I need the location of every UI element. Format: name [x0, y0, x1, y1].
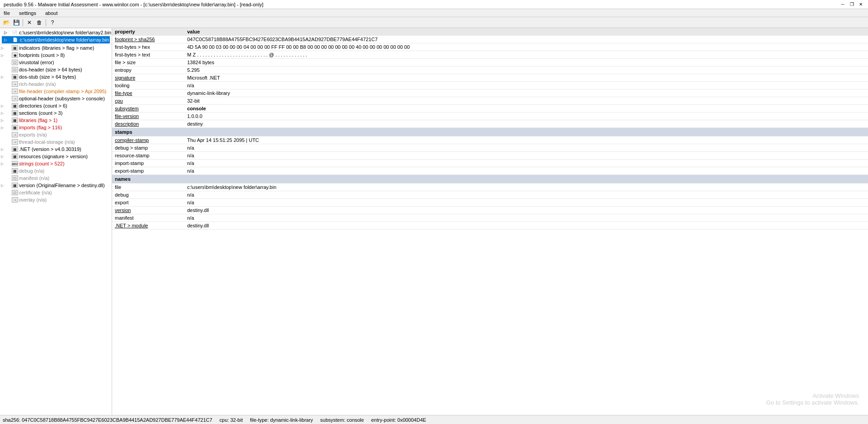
- tree-expand-icon-footprints: ▷: [1, 53, 7, 57]
- prop-key-8[interactable]: cpu: [112, 97, 184, 105]
- prop-row-23: manifestn/a: [112, 214, 868, 222]
- prop-value-19: c:\users\bm\desktop\new folder\array.bin: [184, 184, 868, 191]
- prop-key-0[interactable]: footprint > sha256: [112, 36, 184, 43]
- main-area: ▷ 📄 c:\users\bm\desktop\new folder\array…: [0, 28, 868, 415]
- tree-item-libraries[interactable]: ▷▦libraries (flag > 1): [0, 117, 112, 124]
- tree-item-dos-stub1[interactable]: ▷▦dos-stub (size > 64 bytes): [0, 73, 112, 80]
- tree-item-certificate[interactable]: □certificate (n/a): [0, 189, 112, 196]
- tree-type-icon-imports: ▦: [12, 125, 18, 130]
- menu-file[interactable]: file: [2, 10, 12, 16]
- filepath-bar: ▷ 📄 c:\users\bm\desktop\new folder\array…: [0, 28, 112, 44]
- title-text: pestudio 9.56 - Malware Initial Assessme…: [4, 2, 263, 7]
- tree-label-version: version (OriginalFilename > destiny.dll): [19, 183, 105, 188]
- prop-row-13: compiler-stampThu Apr 14 15:51:25 2095 |…: [112, 137, 868, 144]
- tree-item-directories[interactable]: ▷▦directories (count > 6): [0, 102, 112, 109]
- tree-label-dos-stub1: dos-stub (size > 64 bytes): [19, 74, 76, 80]
- tree-item-rich-header[interactable]: →rich-header (n/a): [0, 80, 112, 88]
- prop-key-15: resource-stamp: [112, 152, 184, 160]
- filepath-item-1[interactable]: ▷ 📄 c:\users\bm\desktop\new folder\array…: [2, 29, 110, 36]
- prop-key-3: file > size: [112, 59, 184, 66]
- tree-item-virustotal[interactable]: □virustotal (error): [0, 59, 112, 66]
- prop-value-3: 13824 bytes: [184, 59, 868, 66]
- tree-type-icon-dos-header1: □: [12, 67, 18, 72]
- prop-value-15: n/a: [184, 152, 868, 160]
- tree-type-icon-certificate: □: [12, 190, 18, 195]
- tree-expand-icon-directories: ▷: [1, 104, 7, 108]
- prop-row-0: footprint > sha256047C0C58718B88A4755FBC…: [112, 36, 868, 43]
- tree-item-dos-header1[interactable]: □dos-header (size > 64 bytes): [0, 66, 112, 73]
- toolbar-delete-button[interactable]: 🗑: [35, 18, 44, 27]
- prop-key-9[interactable]: subsystem: [112, 105, 184, 113]
- tree-label-dos-header1: dos-header (size > 64 bytes): [19, 67, 82, 72]
- prop-row-6: toolingn/a: [112, 82, 868, 90]
- prop-key-14: debug > stamp: [112, 144, 184, 152]
- prop-key-22[interactable]: version: [112, 207, 184, 214]
- prop-row-11: descriptiondestiny: [112, 120, 868, 128]
- properties-table: property value footprint > sha256047C0C5…: [112, 28, 868, 230]
- prop-row-2: first-bytes > textM Z . . . . . . . . . …: [112, 51, 868, 59]
- tree-type-icon-net: ▦: [12, 146, 18, 152]
- prop-row-9: subsystemconsole: [112, 105, 868, 113]
- tree-item-version[interactable]: ▷▦version (OriginalFilename > destiny.dl…: [0, 182, 112, 189]
- prop-key-24[interactable]: .NET > module: [112, 222, 184, 230]
- filepath-item-2[interactable]: ▷ 📄 c:\users\bm\desktop\new folder\array…: [2, 36, 110, 43]
- left-panel: ▷ 📄 c:\users\bm\desktop\new folder\array…: [0, 28, 112, 415]
- tree-type-icon-dos-stub1: ▦: [12, 74, 18, 80]
- tree-item-manifest[interactable]: □manifest (n/a): [0, 174, 112, 182]
- prop-value-9: console: [184, 105, 868, 113]
- tree-type-icon-strings: abc: [12, 161, 18, 166]
- restore-button[interactable]: ❐: [848, 1, 855, 8]
- toolbar-help-button[interactable]: ?: [48, 18, 57, 27]
- filepath-icon-1: ▷: [3, 30, 8, 35]
- tree-item-footprints[interactable]: ▷◉footprints (count > 8): [0, 52, 112, 59]
- menu-about[interactable]: about: [43, 10, 60, 16]
- prop-row-5: signatureMicrosoft .NET: [112, 74, 868, 82]
- tree-type-icon-overlay: →: [12, 197, 18, 203]
- tree-item-thread-local[interactable]: →thread-local-storage (n/a): [0, 138, 112, 146]
- tree-item-sections[interactable]: ▷▦sections (count > 3): [0, 109, 112, 117]
- minimize-button[interactable]: ─: [839, 1, 846, 8]
- tree-item-resources[interactable]: ▷▦resources (signature > version): [0, 153, 112, 160]
- prop-key-13[interactable]: compiler-stamp: [112, 137, 184, 144]
- tree-type-icon-thread-local: →: [12, 139, 18, 145]
- tree-label-net: .NET (version > v4.0.30319): [19, 146, 81, 152]
- filepath-folder-icon-2: 📄: [13, 37, 18, 42]
- tree-type-icon-resources: ▦: [12, 154, 18, 159]
- tree-label-resources: resources (signature > version): [19, 154, 88, 159]
- tree-item-imports[interactable]: ▷▦imports (flag > 116): [0, 124, 112, 131]
- prop-key-10[interactable]: file-version: [112, 113, 184, 120]
- prop-value-21: n/a: [184, 199, 868, 207]
- filepath-folder-icon-1: 📄: [12, 30, 17, 35]
- prop-value-22: destiny.dll: [184, 207, 868, 214]
- toolbar-save-button[interactable]: 💾: [12, 18, 21, 27]
- prop-key-7[interactable]: file-type: [112, 90, 184, 97]
- prop-key-11[interactable]: description: [112, 120, 184, 128]
- toolbar-close-button[interactable]: ✕: [25, 18, 34, 27]
- tree-type-icon-manifest: □: [12, 175, 18, 181]
- prop-value-7: dynamic-link-library: [184, 90, 868, 97]
- tree-item-net[interactable]: ▷▦.NET (version > v4.0.30319): [0, 146, 112, 153]
- tree-item-file-header[interactable]: →file-header (compiler-stamp > Apr.2095): [0, 88, 112, 95]
- filepath-label-1: c:\users\bm\desktop\new folder\array2.bi…: [19, 30, 111, 35]
- tree-item-overlay[interactable]: →overlay (n/a): [0, 196, 112, 203]
- tree-item-strings[interactable]: ▷abcstrings (count > 522): [0, 160, 112, 167]
- prop-key-5[interactable]: signature: [112, 74, 184, 82]
- toolbar-open-button[interactable]: 📂: [2, 18, 11, 27]
- prop-value-2: M Z . . . . . . . . . . . . . . . . . . …: [184, 51, 868, 59]
- prop-row-10: file-version1.0.0.0: [112, 113, 868, 120]
- tree-item-exports[interactable]: →exports (n/a): [0, 131, 112, 138]
- tree-item-optional-header[interactable]: →optional-header (subsystem > console): [0, 95, 112, 102]
- tree-label-certificate: certificate (n/a): [19, 190, 52, 195]
- tree-item-debug[interactable]: ▦debug (n/a): [0, 167, 112, 174]
- tree-label-overlay: overlay (n/a): [19, 197, 47, 203]
- tree-label-directories: directories (count > 6): [19, 103, 67, 108]
- menu-settings[interactable]: settings: [17, 10, 38, 16]
- tree-type-icon-version: ▦: [12, 183, 18, 188]
- prop-row-15: resource-stampn/a: [112, 152, 868, 160]
- prop-key-17: export-stamp: [112, 167, 184, 175]
- tree-item-indicators[interactable]: ▷▦indicators (libraries > flag > name): [0, 44, 112, 52]
- close-button[interactable]: ✕: [857, 1, 864, 8]
- tree-type-icon-directories: ▦: [12, 103, 18, 108]
- prop-value-5: Microsoft .NET: [184, 74, 868, 82]
- prop-value-0: 047C0C58718B88A4755FBC9427E6023CBA9B4415…: [184, 36, 868, 43]
